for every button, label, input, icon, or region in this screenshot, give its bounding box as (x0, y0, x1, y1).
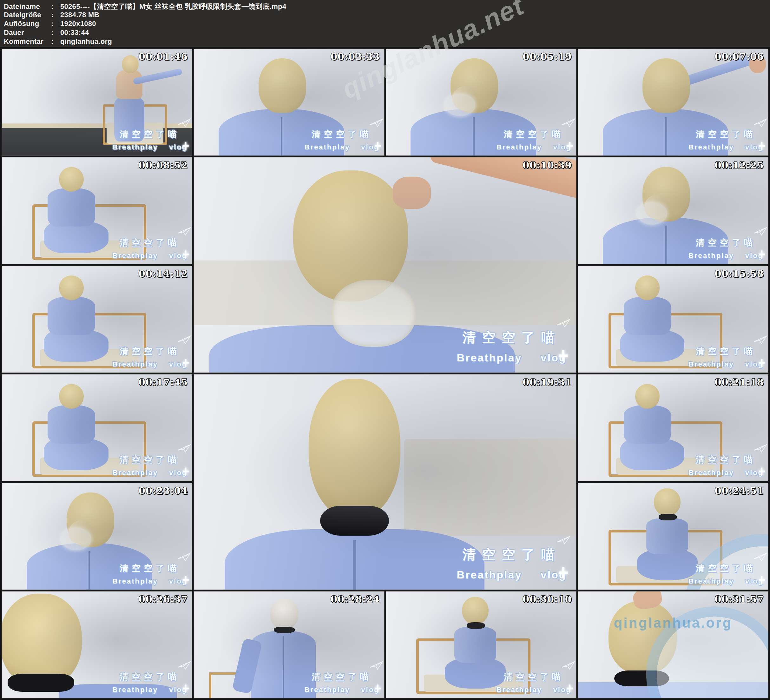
file-info-value: 00:33:44 (60, 29, 89, 37)
figure-torso (624, 405, 671, 444)
channel-watermark-subtitle: Breathplay vlog (304, 143, 379, 151)
suit-zipper-line (89, 551, 91, 590)
figure-torso (251, 631, 316, 698)
wooden-chair (416, 638, 531, 694)
wooden-chair (209, 672, 266, 698)
sparkle-icon: + (758, 246, 765, 263)
channel-watermark-subtitle: Breathplay vlog (112, 360, 187, 368)
video-thumbnail-frame: 清空空了喵Breathplay vlog+00:03:33 (194, 49, 384, 156)
video-thumbnail-frame: qinglanhua.org00:31:57 (578, 591, 768, 698)
channel-watermark: 清空空了喵Breathplay vlog+ (689, 345, 764, 368)
wooden-chair (32, 313, 147, 368)
video-thumbnail-frame: 清空空了喵Breathplay vlog+00:12:25 (578, 157, 768, 264)
suit-zipper-line (473, 117, 475, 156)
timestamp-overlay: 00:07:06 (715, 51, 764, 62)
figure-legs (44, 437, 108, 470)
thumbnail-grid: 清空空了喵Breathplay vlog+00:01:46清空空了喵Breath… (0, 47, 770, 700)
paper-plane-icon (753, 226, 768, 237)
timestamp-overlay: 00:03:33 (331, 51, 380, 62)
channel-watermark-title: 清空空了喵 (304, 671, 379, 682)
sparkle-icon: + (182, 680, 189, 697)
channel-watermark: 清空空了喵Breathplay vlog+ (304, 671, 379, 694)
figure-torso (454, 627, 496, 663)
channel-watermark: 清空空了喵Breathplay vlog+ (457, 546, 567, 581)
figure-torso (603, 217, 728, 264)
channel-watermark-title: 清空空了喵 (497, 128, 571, 140)
channel-watermark-subtitle: Breathplay vlog (304, 686, 379, 694)
channel-watermark-title: 清空空了喵 (112, 345, 187, 357)
figure-torso (48, 405, 95, 444)
channel-watermark-subtitle: Breathplay vlog (497, 686, 571, 694)
channel-watermark-subtitle: Breathplay vlog (112, 143, 187, 151)
channel-watermark: 清空空了喵Breathplay vlog+ (689, 454, 764, 477)
timestamp-overlay: 00:10:39 (522, 160, 572, 171)
neck-collar (274, 627, 295, 633)
channel-watermark-subtitle: Breathplay vlog (112, 686, 187, 694)
timestamp-overlay: 00:12:25 (715, 160, 764, 171)
sparkle-icon: + (182, 355, 189, 371)
channel-watermark: 清空空了喵Breathplay vlog+ (112, 237, 187, 260)
channel-watermark-title: 清空空了喵 (689, 128, 764, 140)
paper-plane-icon (556, 535, 571, 545)
sofa-backdrop (404, 439, 576, 536)
hand (632, 591, 663, 611)
channel-watermark: 清空空了喵Breathplay vlog+ (689, 237, 764, 260)
channel-watermark-title: 清空空了喵 (689, 237, 764, 248)
figure-torso (116, 70, 143, 99)
figure-legs (637, 549, 698, 580)
figure-torso (59, 684, 177, 698)
wooden-chair (608, 421, 723, 477)
channel-watermark-subtitle: Breathplay vlog (689, 143, 764, 151)
channel-watermark-title: 清空空了喵 (457, 546, 567, 564)
sparkle-icon: + (182, 572, 189, 589)
suit-zipper-line (665, 225, 666, 264)
file-info-label: Auflösung (4, 19, 52, 28)
video-thumbnail-frame: 清空空了喵Breathplay vlog+00:28:24 (194, 591, 384, 698)
figure-legs (620, 437, 685, 470)
channel-watermark-subtitle: Breathplay vlog (497, 143, 571, 151)
suit-zipper-line (665, 117, 666, 156)
channel-watermark: 清空空了喵Breathplay vlog+ (112, 671, 187, 694)
site-name-watermark: qinglanhua.org (587, 615, 759, 631)
video-contact-sheet: Dateiname:50265----【清空空了喵】M女 丝袜全包 乳胶呼吸限制… (0, 0, 770, 700)
chair-cushion (616, 458, 715, 475)
video-thumbnail-frame: 清空空了喵Breathplay vlog+00:07:06 (578, 49, 768, 156)
channel-watermark-title: 清空空了喵 (112, 128, 187, 140)
hooded-head (122, 55, 139, 73)
channel-watermark: 清空空了喵Breathplay vlog+ (112, 562, 187, 585)
figure-legs (620, 329, 685, 362)
sparkle-icon: + (566, 138, 573, 154)
file-info-value: 1920x1080 (60, 19, 96, 28)
timestamp-overlay: 00:01:46 (139, 51, 188, 62)
figure-torso (48, 188, 95, 227)
paper-plane-icon (753, 118, 768, 128)
figure-arm (133, 68, 183, 85)
channel-watermark-subtitle: Breathplay vlog (457, 569, 567, 581)
file-info-label: Dateigröße (4, 11, 52, 19)
file-info-value: 50265----【清空空了喵】M女 丝袜全包 乳胶呼吸限制头套一镜到底.mp4 (60, 2, 286, 11)
figure-torso (48, 297, 95, 335)
chair-cushion (616, 349, 715, 366)
video-thumbnail-frame: 清空空了喵Breathplay vlog+00:26:37 (2, 591, 192, 698)
figure-torso (411, 109, 536, 156)
site-circle-watermark (683, 534, 768, 590)
channel-watermark-subtitle: Breathplay vlog (112, 577, 187, 585)
file-info-value: qinglanhua.org (60, 37, 112, 46)
file-info-row: Dauer:00:33:44 (4, 29, 770, 37)
figure-legs (44, 329, 108, 362)
paper-plane-icon (561, 660, 576, 671)
paper-plane-icon (177, 226, 192, 237)
figure-legs (114, 96, 145, 141)
wooden-chair (32, 421, 147, 477)
hooded-head (59, 167, 84, 191)
paper-plane-icon (177, 335, 192, 345)
figure-torso (624, 297, 671, 335)
timestamp-overlay: 00:19:31 (522, 377, 572, 388)
sparkle-icon: + (558, 560, 569, 585)
channel-watermark-title: 清空空了喵 (112, 671, 187, 682)
figure-torso (27, 543, 152, 590)
figure-legs (44, 220, 108, 253)
plastic-wrap (445, 94, 475, 116)
file-info-label: Kommentar (4, 37, 52, 46)
paper-plane-icon (177, 443, 192, 454)
